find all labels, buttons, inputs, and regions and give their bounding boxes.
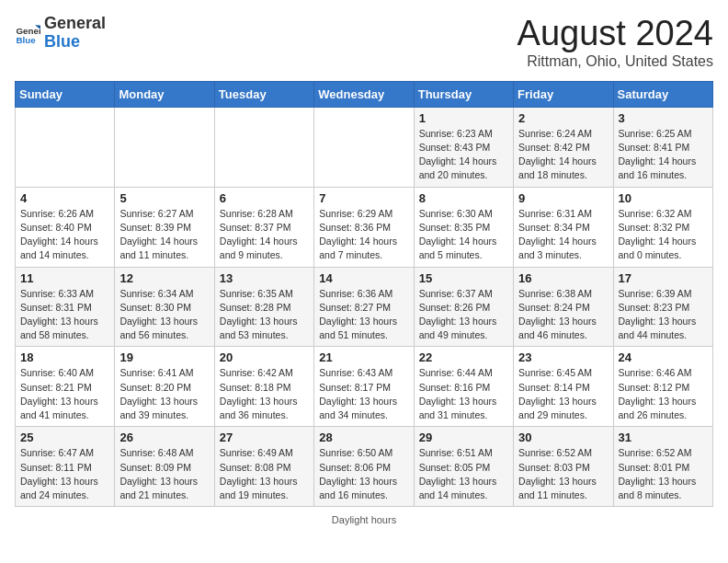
calendar-day-header: Monday bbox=[115, 81, 214, 107]
logo-blue-text: Blue bbox=[44, 32, 80, 51]
day-number: 2 bbox=[518, 111, 608, 125]
day-number: 21 bbox=[319, 350, 408, 364]
calendar-week-row: 4Sunrise: 6:26 AM Sunset: 8:40 PM Daylig… bbox=[16, 187, 713, 267]
calendar-cell: 14Sunrise: 6:36 AM Sunset: 8:27 PM Dayli… bbox=[314, 267, 414, 347]
day-info: Sunrise: 6:24 AM Sunset: 8:42 PM Dayligh… bbox=[518, 127, 608, 183]
calendar-cell: 19Sunrise: 6:41 AM Sunset: 8:20 PM Dayli… bbox=[115, 347, 214, 427]
day-number: 14 bbox=[319, 271, 408, 285]
day-info: Sunrise: 6:30 AM Sunset: 8:35 PM Dayligh… bbox=[419, 207, 508, 263]
day-info: Sunrise: 6:25 AM Sunset: 8:41 PM Dayligh… bbox=[619, 127, 708, 183]
day-number: 1 bbox=[419, 111, 508, 125]
logo-general-text: General bbox=[44, 14, 106, 32]
calendar-cell: 29Sunrise: 6:51 AM Sunset: 8:05 PM Dayli… bbox=[414, 427, 513, 507]
calendar-table: SundayMondayTuesdayWednesdayThursdayFrid… bbox=[15, 81, 713, 507]
day-info: Sunrise: 6:28 AM Sunset: 8:37 PM Dayligh… bbox=[220, 207, 309, 263]
calendar-cell: 20Sunrise: 6:42 AM Sunset: 8:18 PM Dayli… bbox=[214, 347, 313, 427]
day-info: Sunrise: 6:52 AM Sunset: 8:03 PM Dayligh… bbox=[518, 446, 608, 502]
day-number: 24 bbox=[619, 350, 708, 364]
calendar-cell: 18Sunrise: 6:40 AM Sunset: 8:21 PM Dayli… bbox=[16, 347, 115, 427]
day-number: 28 bbox=[319, 431, 408, 444]
calendar-day-header: Wednesday bbox=[314, 81, 414, 107]
day-info: Sunrise: 6:40 AM Sunset: 8:21 PM Dayligh… bbox=[20, 366, 109, 422]
day-number: 3 bbox=[619, 111, 708, 125]
day-info: Sunrise: 6:38 AM Sunset: 8:24 PM Dayligh… bbox=[518, 287, 608, 343]
month-year-title: August 2024 bbox=[518, 15, 713, 53]
calendar-cell: 1Sunrise: 6:23 AM Sunset: 8:43 PM Daylig… bbox=[414, 107, 513, 187]
svg-text:Blue: Blue bbox=[16, 35, 36, 45]
day-number: 27 bbox=[220, 431, 309, 444]
daylight-hours-label: Daylight hours bbox=[332, 514, 396, 525]
day-info: Sunrise: 6:43 AM Sunset: 8:17 PM Dayligh… bbox=[319, 366, 408, 422]
calendar-day-header: Tuesday bbox=[214, 81, 313, 107]
day-info: Sunrise: 6:33 AM Sunset: 8:31 PM Dayligh… bbox=[20, 287, 109, 343]
calendar-cell: 9Sunrise: 6:31 AM Sunset: 8:34 PM Daylig… bbox=[514, 187, 613, 267]
day-info: Sunrise: 6:50 AM Sunset: 8:06 PM Dayligh… bbox=[319, 446, 408, 502]
calendar-cell bbox=[314, 107, 414, 187]
day-number: 11 bbox=[20, 271, 109, 285]
day-info: Sunrise: 6:51 AM Sunset: 8:05 PM Dayligh… bbox=[419, 446, 508, 502]
day-number: 13 bbox=[220, 271, 309, 285]
day-info: Sunrise: 6:52 AM Sunset: 8:01 PM Dayligh… bbox=[619, 446, 708, 502]
calendar-cell: 8Sunrise: 6:30 AM Sunset: 8:35 PM Daylig… bbox=[414, 187, 513, 267]
day-info: Sunrise: 6:39 AM Sunset: 8:23 PM Dayligh… bbox=[619, 287, 708, 343]
day-number: 6 bbox=[220, 191, 309, 205]
day-info: Sunrise: 6:37 AM Sunset: 8:26 PM Dayligh… bbox=[419, 287, 508, 343]
calendar-cell: 22Sunrise: 6:44 AM Sunset: 8:16 PM Dayli… bbox=[414, 347, 513, 427]
calendar-cell: 23Sunrise: 6:45 AM Sunset: 8:14 PM Dayli… bbox=[514, 347, 613, 427]
day-number: 10 bbox=[619, 191, 708, 205]
calendar-cell: 5Sunrise: 6:27 AM Sunset: 8:39 PM Daylig… bbox=[115, 187, 214, 267]
calendar-cell: 26Sunrise: 6:48 AM Sunset: 8:09 PM Dayli… bbox=[115, 427, 214, 507]
day-number: 25 bbox=[20, 431, 109, 444]
day-number: 15 bbox=[419, 271, 508, 285]
day-info: Sunrise: 6:23 AM Sunset: 8:43 PM Dayligh… bbox=[419, 127, 508, 183]
day-number: 29 bbox=[419, 431, 508, 444]
calendar-cell bbox=[115, 107, 214, 187]
day-info: Sunrise: 6:41 AM Sunset: 8:20 PM Dayligh… bbox=[119, 366, 209, 422]
day-number: 30 bbox=[518, 431, 608, 444]
day-info: Sunrise: 6:27 AM Sunset: 8:39 PM Dayligh… bbox=[119, 207, 209, 263]
day-number: 31 bbox=[619, 431, 708, 444]
day-info: Sunrise: 6:49 AM Sunset: 8:08 PM Dayligh… bbox=[220, 446, 309, 502]
day-number: 23 bbox=[518, 350, 608, 364]
day-number: 18 bbox=[20, 350, 109, 364]
calendar-day-header: Friday bbox=[514, 81, 613, 107]
calendar-week-row: 25Sunrise: 6:47 AM Sunset: 8:11 PM Dayli… bbox=[16, 427, 713, 507]
calendar-cell bbox=[16, 107, 115, 187]
day-info: Sunrise: 6:46 AM Sunset: 8:12 PM Dayligh… bbox=[619, 366, 708, 422]
calendar-cell: 24Sunrise: 6:46 AM Sunset: 8:12 PM Dayli… bbox=[613, 347, 712, 427]
calendar-day-header: Sunday bbox=[16, 81, 115, 107]
day-info: Sunrise: 6:35 AM Sunset: 8:28 PM Dayligh… bbox=[220, 287, 309, 343]
day-info: Sunrise: 6:26 AM Sunset: 8:40 PM Dayligh… bbox=[20, 207, 109, 263]
day-info: Sunrise: 6:34 AM Sunset: 8:30 PM Dayligh… bbox=[119, 287, 209, 343]
calendar-cell: 21Sunrise: 6:43 AM Sunset: 8:17 PM Dayli… bbox=[314, 347, 414, 427]
calendar-cell: 7Sunrise: 6:29 AM Sunset: 8:36 PM Daylig… bbox=[314, 187, 414, 267]
day-number: 5 bbox=[119, 191, 209, 205]
day-info: Sunrise: 6:42 AM Sunset: 8:18 PM Dayligh… bbox=[220, 366, 309, 422]
calendar-cell: 11Sunrise: 6:33 AM Sunset: 8:31 PM Dayli… bbox=[16, 267, 115, 347]
page-header: General Blue General Blue August 2024 Ri… bbox=[15, 15, 713, 70]
day-number: 9 bbox=[518, 191, 608, 205]
day-info: Sunrise: 6:44 AM Sunset: 8:16 PM Dayligh… bbox=[419, 366, 508, 422]
day-info: Sunrise: 6:29 AM Sunset: 8:36 PM Dayligh… bbox=[319, 207, 408, 263]
day-number: 16 bbox=[518, 271, 608, 285]
day-number: 22 bbox=[419, 350, 508, 364]
day-info: Sunrise: 6:36 AM Sunset: 8:27 PM Dayligh… bbox=[319, 287, 408, 343]
calendar-cell: 2Sunrise: 6:24 AM Sunset: 8:42 PM Daylig… bbox=[514, 107, 613, 187]
calendar-footer: Daylight hours bbox=[15, 514, 713, 525]
calendar-cell: 28Sunrise: 6:50 AM Sunset: 8:06 PM Dayli… bbox=[314, 427, 414, 507]
day-info: Sunrise: 6:31 AM Sunset: 8:34 PM Dayligh… bbox=[518, 207, 608, 263]
calendar-cell: 12Sunrise: 6:34 AM Sunset: 8:30 PM Dayli… bbox=[115, 267, 214, 347]
location-subtitle: Rittman, Ohio, United States bbox=[518, 53, 713, 70]
calendar-cell: 25Sunrise: 6:47 AM Sunset: 8:11 PM Dayli… bbox=[16, 427, 115, 507]
calendar-cell: 27Sunrise: 6:49 AM Sunset: 8:08 PM Dayli… bbox=[214, 427, 313, 507]
calendar-cell: 31Sunrise: 6:52 AM Sunset: 8:01 PM Dayli… bbox=[613, 427, 712, 507]
calendar-header-row: SundayMondayTuesdayWednesdayThursdayFrid… bbox=[16, 81, 713, 107]
day-info: Sunrise: 6:47 AM Sunset: 8:11 PM Dayligh… bbox=[20, 446, 109, 502]
calendar-day-header: Saturday bbox=[613, 81, 712, 107]
calendar-week-row: 11Sunrise: 6:33 AM Sunset: 8:31 PM Dayli… bbox=[16, 267, 713, 347]
calendar-cell: 6Sunrise: 6:28 AM Sunset: 8:37 PM Daylig… bbox=[214, 187, 313, 267]
calendar-week-row: 1Sunrise: 6:23 AM Sunset: 8:43 PM Daylig… bbox=[16, 107, 713, 187]
day-number: 8 bbox=[419, 191, 508, 205]
day-info: Sunrise: 6:48 AM Sunset: 8:09 PM Dayligh… bbox=[119, 446, 209, 502]
calendar-cell: 4Sunrise: 6:26 AM Sunset: 8:40 PM Daylig… bbox=[16, 187, 115, 267]
